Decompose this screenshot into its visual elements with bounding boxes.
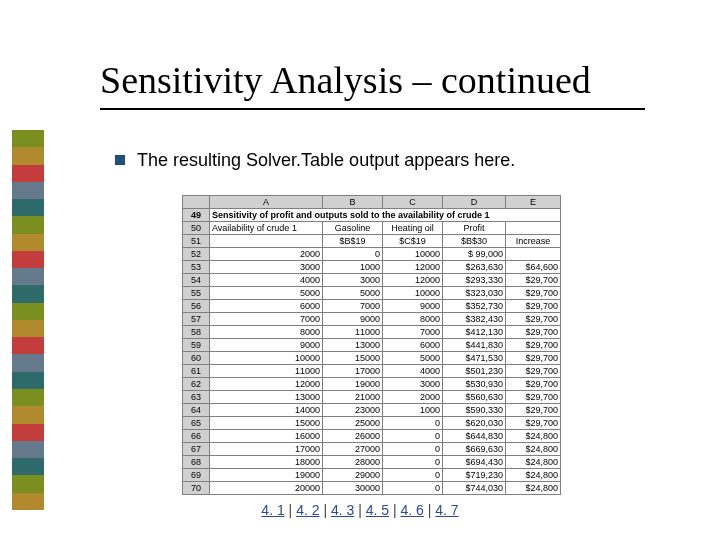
row-number: 55 xyxy=(183,287,210,300)
stripe xyxy=(12,216,44,233)
cell: $24,800 xyxy=(506,430,561,443)
footer-link[interactable]: 4. 2 xyxy=(296,502,319,518)
cell: $29,700 xyxy=(506,339,561,352)
cell: 19000 xyxy=(323,378,383,391)
link-separator: | xyxy=(389,502,400,518)
cell: $323,030 xyxy=(443,287,506,300)
cell: 0 xyxy=(323,248,383,261)
table-row: 6818000280000$694,430$24,800 xyxy=(183,456,561,469)
stripe xyxy=(12,406,44,423)
cell: $560,630 xyxy=(443,391,506,404)
cell: Gasoline xyxy=(323,222,383,235)
cell xyxy=(210,235,323,248)
footer-link[interactable]: 4. 3 xyxy=(331,502,354,518)
cell: $471,530 xyxy=(443,352,506,365)
table-row: 6717000270000$669,630$24,800 xyxy=(183,443,561,456)
stripe xyxy=(12,320,44,337)
col-header-e: E xyxy=(506,196,561,209)
cell: 9000 xyxy=(210,339,323,352)
cell: $29,700 xyxy=(506,274,561,287)
footer-link[interactable]: 4. 1 xyxy=(261,502,284,518)
cell: $29,700 xyxy=(506,378,561,391)
cell: 20000 xyxy=(210,482,323,495)
cell: $412,130 xyxy=(443,326,506,339)
table-row: 6414000230001000$590,330$29,700 xyxy=(183,404,561,417)
cell: 10000 xyxy=(383,248,443,261)
table-row: 7020000300000$744,030$24,800 xyxy=(183,482,561,495)
cell: 0 xyxy=(383,430,443,443)
cell: Profit xyxy=(443,222,506,235)
cell: $29,700 xyxy=(506,391,561,404)
cell: $530,930 xyxy=(443,378,506,391)
cell: 15000 xyxy=(323,352,383,365)
cell: $29,700 xyxy=(506,417,561,430)
row-number: 50 xyxy=(183,222,210,235)
link-separator: | xyxy=(424,502,435,518)
footer-link[interactable]: 4. 5 xyxy=(366,502,389,518)
cell: 3000 xyxy=(383,378,443,391)
cell: $ 99,000 xyxy=(443,248,506,261)
cell: 27000 xyxy=(323,443,383,456)
table-row: 6010000150005000$471,530$29,700 xyxy=(183,352,561,365)
row-number: 52 xyxy=(183,248,210,261)
cell: $29,700 xyxy=(506,326,561,339)
cell: 8000 xyxy=(210,326,323,339)
cell: 0 xyxy=(383,456,443,469)
table-row: 6515000250000$620,030$29,700 xyxy=(183,417,561,430)
table-row: 51 $B$19 $C$19 $B$30 Increase xyxy=(183,235,561,248)
cell: 0 xyxy=(383,482,443,495)
cell: 12000 xyxy=(383,261,443,274)
row-number: 64 xyxy=(183,404,210,417)
cell: $29,700 xyxy=(506,300,561,313)
table-row: 6212000190003000$530,930$29,700 xyxy=(183,378,561,391)
solver-table: A B C D E 49 Sensitivity of profit and o… xyxy=(182,195,561,495)
cell: 11000 xyxy=(210,365,323,378)
cell: 5000 xyxy=(383,352,443,365)
row-number: 70 xyxy=(183,482,210,495)
cell: 13000 xyxy=(210,391,323,404)
slide: Sensitivity Analysis – continued The res… xyxy=(0,0,720,540)
stripe xyxy=(12,285,44,302)
cell: 5000 xyxy=(323,287,383,300)
cell: $501,230 xyxy=(443,365,506,378)
footer-link[interactable]: 4. 6 xyxy=(400,502,423,518)
decorative-stripes xyxy=(12,130,44,510)
cell: $744,030 xyxy=(443,482,506,495)
cell: Heating oil xyxy=(383,222,443,235)
cell: 0 xyxy=(383,443,443,456)
row-number: 59 xyxy=(183,339,210,352)
row-number: 63 xyxy=(183,391,210,404)
cell: 4000 xyxy=(210,274,323,287)
cell: $B$30 xyxy=(443,235,506,248)
table-row: 49 Sensitivity of profit and outputs sol… xyxy=(183,209,561,222)
table-row: 544000300012000$293,330$29,700 xyxy=(183,274,561,287)
cell: $29,700 xyxy=(506,365,561,378)
cell: 19000 xyxy=(210,469,323,482)
cell: $590,330 xyxy=(443,404,506,417)
col-header-a: A xyxy=(210,196,323,209)
cell: $29,700 xyxy=(506,313,561,326)
cell: 11000 xyxy=(323,326,383,339)
cell: 0 xyxy=(383,417,443,430)
footer-links: 4. 1 | 4. 2 | 4. 3 | 4. 5 | 4. 6 | 4. 7 xyxy=(0,502,720,518)
row-number: 51 xyxy=(183,235,210,248)
cell: 16000 xyxy=(210,430,323,443)
row-number: 58 xyxy=(183,326,210,339)
stripe xyxy=(12,303,44,320)
stripe xyxy=(12,372,44,389)
stripe xyxy=(12,165,44,182)
stripe xyxy=(12,424,44,441)
footer-link[interactable]: 4. 7 xyxy=(435,502,458,518)
cell: $29,700 xyxy=(506,287,561,300)
row-number: 66 xyxy=(183,430,210,443)
row-number: 65 xyxy=(183,417,210,430)
bullet-row: The resulting Solver.Table output appear… xyxy=(115,150,515,171)
stripe xyxy=(12,337,44,354)
row-number: 57 xyxy=(183,313,210,326)
cell: 7000 xyxy=(210,313,323,326)
table-row: 6616000260000$644,830$24,800 xyxy=(183,430,561,443)
cell: $263,630 xyxy=(443,261,506,274)
row-number: 68 xyxy=(183,456,210,469)
cell: $441,830 xyxy=(443,339,506,352)
table-row: 6111000170004000$501,230$29,700 xyxy=(183,365,561,378)
